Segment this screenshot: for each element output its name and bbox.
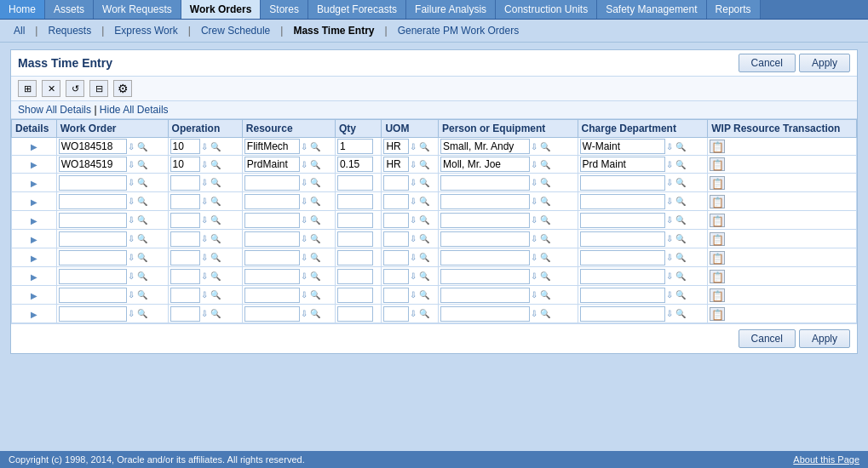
op-0-input[interactable] <box>170 139 200 154</box>
eperson-1-input[interactable] <box>440 194 530 209</box>
eqty-7-input[interactable] <box>337 306 373 322</box>
eop-2-search-btn[interactable]: 🔍 <box>209 214 222 227</box>
eperson-4-input[interactable] <box>440 250 530 265</box>
eperson-1-search-btn[interactable]: 🔍 <box>538 195 552 208</box>
ewip-6-wip-icon[interactable]: 📋 <box>710 288 725 302</box>
op-1-input[interactable] <box>170 157 200 172</box>
sub-nav-tab-requests[interactable]: Requests <box>41 23 98 38</box>
uom-1-search-btn[interactable]: 🔍 <box>417 157 431 171</box>
empty-row-expand-0[interactable]: ▶ <box>29 179 39 188</box>
refresh-icon[interactable]: ↺ <box>66 80 84 97</box>
eres-3-input[interactable] <box>244 231 300 247</box>
eperson-0-input[interactable] <box>440 175 530 191</box>
euom-2-input[interactable] <box>383 213 409 228</box>
euom-3-search-btn[interactable]: 🔍 <box>417 232 431 246</box>
ewo-2-input[interactable] <box>59 213 127 228</box>
eperson-2-search-btn[interactable]: 🔍 <box>538 214 552 227</box>
eop-3-search-btn[interactable]: 🔍 <box>209 232 222 246</box>
eop-7-search-btn[interactable]: 🔍 <box>209 307 222 321</box>
eqty-3-input[interactable] <box>337 231 373 247</box>
eop-0-input[interactable] <box>170 175 200 191</box>
top-nav-tab-work-requests[interactable]: Work Requests <box>94 0 181 19</box>
top-nav-tab-work-orders[interactable]: Work Orders <box>181 0 261 19</box>
ewip-0-wip-icon[interactable]: 📋 <box>710 176 725 190</box>
empty-row-expand-4[interactable]: ▶ <box>29 254 39 263</box>
euom-3-input[interactable] <box>383 231 409 247</box>
top-nav-tab-home[interactable]: Home <box>0 0 45 19</box>
wo-1-input[interactable] <box>59 157 127 172</box>
person-1-input[interactable] <box>440 157 530 172</box>
euom-7-input[interactable] <box>383 306 409 322</box>
empty-row-expand-6[interactable]: ▶ <box>29 291 39 300</box>
eperson-5-input[interactable] <box>440 269 530 284</box>
ewip-4-wip-icon[interactable]: 📋 <box>710 251 725 265</box>
ewo-6-search-btn[interactable]: 🔍 <box>135 288 149 302</box>
wo-1-search-btn[interactable]: 🔍 <box>135 157 149 171</box>
uom-0-search-btn[interactable]: 🔍 <box>417 140 431 153</box>
ewo-5-input[interactable] <box>59 269 127 284</box>
empty-row-expand-3[interactable]: ▶ <box>29 235 39 244</box>
ewo-7-search-btn[interactable]: 🔍 <box>135 307 149 321</box>
euom-2-search-btn[interactable]: 🔍 <box>417 214 431 227</box>
apply-button-top[interactable]: Apply <box>799 54 850 72</box>
res-1-search-btn[interactable]: 🔍 <box>308 157 322 171</box>
echarge-6-search-btn[interactable]: 🔍 <box>674 288 687 302</box>
ewo-2-search-btn[interactable]: 🔍 <box>135 214 149 227</box>
euom-0-input[interactable] <box>383 175 409 191</box>
ewo-3-input[interactable] <box>59 231 127 247</box>
hide-all-details-link[interactable]: Hide All Details <box>100 104 169 116</box>
eop-1-search-btn[interactable]: 🔍 <box>209 195 222 208</box>
eres-6-search-btn[interactable]: 🔍 <box>308 288 322 302</box>
ewip-2-wip-icon[interactable]: 📋 <box>710 214 725 227</box>
top-nav-tab-budget-forecasts[interactable]: Budget Forecasts <box>308 0 406 19</box>
ewo-0-search-btn[interactable]: 🔍 <box>135 176 149 190</box>
eres-1-input[interactable] <box>244 194 300 209</box>
echarge-4-input[interactable] <box>580 250 665 265</box>
about-page-link[interactable]: About this Page <box>793 454 859 465</box>
qty-1-input[interactable] <box>337 157 373 172</box>
echarge-1-input[interactable] <box>580 194 665 209</box>
eperson-3-search-btn[interactable]: 🔍 <box>538 232 552 246</box>
eperson-5-search-btn[interactable]: 🔍 <box>538 270 552 283</box>
echarge-6-input[interactable] <box>580 288 665 303</box>
echarge-7-input[interactable] <box>580 306 665 322</box>
echarge-1-search-btn[interactable]: 🔍 <box>674 195 687 208</box>
collapse-icon[interactable]: ✕ <box>42 80 60 97</box>
cancel-button-bottom[interactable]: Cancel <box>739 329 796 348</box>
echarge-4-search-btn[interactable]: 🔍 <box>674 251 687 265</box>
charge-1-input[interactable] <box>580 157 665 172</box>
eres-1-search-btn[interactable]: 🔍 <box>308 195 322 208</box>
wo-0-search-btn[interactable]: 🔍 <box>135 140 149 153</box>
eop-2-input[interactable] <box>170 213 200 228</box>
expand-icon[interactable]: ⊞ <box>18 80 37 97</box>
echarge-7-search-btn[interactable]: 🔍 <box>674 307 687 321</box>
empty-row-expand-7[interactable]: ▶ <box>29 310 39 319</box>
eqty-1-input[interactable] <box>337 194 373 209</box>
wip-1-wip-icon[interactable]: 📋 <box>710 157 725 171</box>
detach-icon[interactable]: ⊟ <box>89 80 108 97</box>
person-0-search-btn[interactable]: 🔍 <box>538 140 552 153</box>
eres-2-search-btn[interactable]: 🔍 <box>308 214 322 227</box>
echarge-3-search-btn[interactable]: 🔍 <box>674 232 687 246</box>
eperson-6-input[interactable] <box>440 288 530 303</box>
row-expand-1[interactable]: ▶ <box>29 160 39 169</box>
uom-1-input[interactable] <box>383 157 409 172</box>
top-nav-tab-stores[interactable]: Stores <box>261 0 308 19</box>
wo-0-input[interactable] <box>59 139 127 154</box>
euom-1-search-btn[interactable]: 🔍 <box>417 195 431 208</box>
euom-0-search-btn[interactable]: 🔍 <box>417 176 431 190</box>
charge-1-search-btn[interactable]: 🔍 <box>674 157 687 171</box>
euom-6-search-btn[interactable]: 🔍 <box>417 288 431 302</box>
top-nav-tab-reports[interactable]: Reports <box>707 0 761 19</box>
ewo-6-input[interactable] <box>59 288 127 303</box>
echarge-5-input[interactable] <box>580 269 665 284</box>
eop-7-input[interactable] <box>170 306 200 322</box>
euom-4-input[interactable] <box>383 250 409 265</box>
sub-nav-tab-mass-time-entry[interactable]: Mass Time Entry <box>286 23 381 38</box>
ewo-1-search-btn[interactable]: 🔍 <box>135 195 149 208</box>
settings-icon[interactable]: ⚙ <box>113 80 132 97</box>
empty-row-expand-2[interactable]: ▶ <box>29 216 39 225</box>
res-0-input[interactable] <box>244 139 300 154</box>
sub-nav-tab-crew-schedule[interactable]: Crew Schedule <box>194 23 277 38</box>
euom-1-input[interactable] <box>383 194 409 209</box>
